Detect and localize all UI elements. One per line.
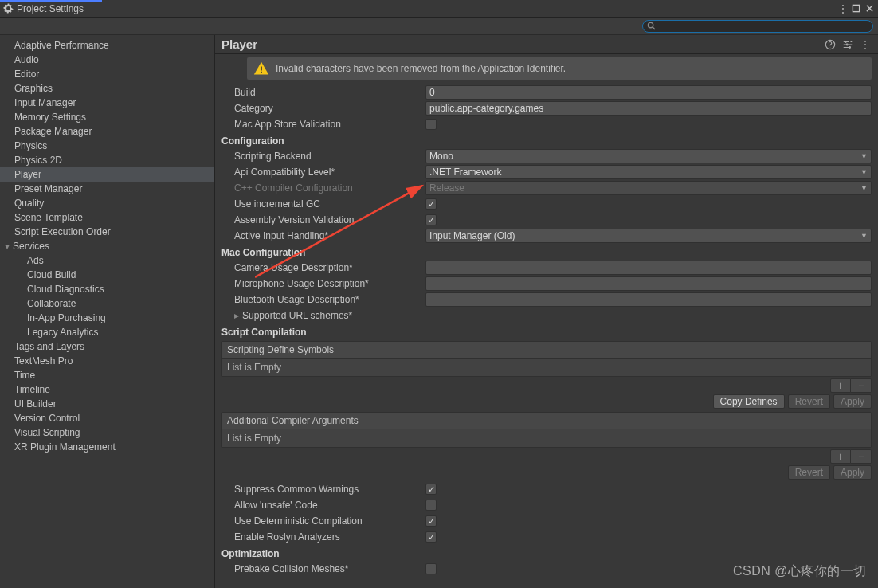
sidebar-item-ui-builder[interactable]: UI Builder [0, 397, 214, 411]
add-define-button[interactable]: + [830, 378, 851, 393]
sidebar-item-editor[interactable]: Editor [0, 67, 214, 81]
asm-validation-label: Assembly Version Validation [221, 214, 425, 225]
scripting-backend-dropdown[interactable]: Mono▼ [425, 149, 872, 163]
sidebar-item-timeline[interactable]: Timeline [0, 382, 214, 397]
define-symbols-empty: List is Empty [222, 359, 871, 376]
compiler-args-list: Additional Compiler Arguments List is Em… [221, 412, 872, 448]
sidebar-item-cloud-build[interactable]: Cloud Build [0, 268, 214, 282]
sidebar-item-preset-manager[interactable]: Preset Manager [0, 182, 214, 196]
sidebar-item-textmesh-pro[interactable]: TextMesh Pro [0, 354, 214, 368]
sidebar-item-adaptive-performance[interactable]: Adaptive Performance [0, 38, 214, 53]
mic-desc-input[interactable] [425, 276, 872, 291]
prebake-label: Prebake Collision Meshes* [221, 563, 425, 574]
incremental-gc-checkbox[interactable]: ✓ [425, 198, 437, 210]
unsafe-checkbox[interactable] [425, 500, 437, 511]
sidebar-item-tags-and-layers[interactable]: Tags and Layers [0, 339, 214, 354]
compiler-args-empty: List is Empty [222, 429, 871, 447]
cpp-compiler-dropdown: Release▼ [425, 181, 872, 195]
sidebar-item-version-control[interactable]: Version Control [0, 411, 214, 425]
bluetooth-desc-input[interactable] [425, 292, 872, 307]
window-title: Project Settings [17, 3, 84, 14]
sidebar-item-player[interactable]: Player [0, 167, 214, 182]
triangle-down-icon: ▾ [5, 240, 13, 253]
roslyn-checkbox[interactable]: ✓ [425, 531, 437, 543]
sidebar-item-ads[interactable]: Ads [0, 253, 214, 268]
main-header: Player ⋮ [215, 35, 878, 54]
sidebar-item-time[interactable]: Time [0, 368, 214, 382]
mac-config-header: Mac Configuration [221, 244, 872, 260]
search-bar [0, 18, 878, 35]
warning-box: Invalid characters have been removed fro… [247, 57, 872, 80]
apply-args-button: Apply [833, 465, 872, 480]
sidebar-item-script-execution-order[interactable]: Script Execution Order [0, 225, 214, 239]
warning-icon [253, 61, 269, 76]
api-compat-dropdown[interactable]: .NET Framework▼ [425, 165, 872, 179]
sidebar-item-scene-template[interactable]: Scene Template [0, 210, 214, 225]
remove-define-button[interactable]: − [851, 378, 872, 393]
camera-desc-input[interactable] [425, 261, 872, 275]
mic-desc-label: Microphone Usage Description* [221, 278, 425, 289]
sidebar-item-in-app-purchasing[interactable]: In-App Purchasing [0, 311, 214, 325]
sidebar-item-input-manager[interactable]: Input Manager [0, 96, 214, 110]
prebake-checkbox[interactable] [425, 563, 437, 574]
define-symbols-list: Scripting Define Symbols List is Empty [221, 341, 872, 377]
category-input[interactable] [425, 101, 872, 116]
maximize-icon[interactable] [851, 3, 861, 14]
menu-dots-icon[interactable]: ⋮ [837, 3, 848, 14]
category-label: Category [221, 103, 425, 114]
cpp-compiler-label: C++ Compiler Configuration [221, 182, 425, 194]
remove-arg-button[interactable]: − [851, 449, 872, 464]
close-icon[interactable] [864, 3, 875, 14]
scripting-backend-label: Scripting Backend [221, 151, 425, 162]
roslyn-label: Enable Roslyn Analyzers [221, 531, 425, 543]
add-arg-button[interactable]: + [830, 449, 851, 464]
script-compilation-header: Script Compilation [221, 323, 872, 339]
chevron-down-icon: ▼ [860, 184, 868, 192]
sidebar-item-legacy-analytics[interactable]: Legacy Analytics [0, 325, 214, 339]
build-label: Build [221, 87, 425, 98]
chevron-down-icon: ▼ [860, 168, 868, 176]
sidebar-item-xr-plugin-management[interactable]: XR Plugin Management [0, 440, 214, 454]
sidebar-item-services[interactable]: ▾Services [0, 239, 214, 253]
sidebar-item-physics-2d[interactable]: Physics 2D [0, 153, 214, 167]
suppress-warn-label: Suppress Common Warnings [221, 484, 425, 495]
revert-args-button: Revert [788, 465, 830, 480]
url-schemes-foldout[interactable]: ▸Supported URL schemes* [221, 308, 872, 323]
gear-icon [3, 3, 14, 14]
warning-text: Invalid characters have been removed fro… [276, 63, 566, 74]
copy-defines-button[interactable]: Copy Defines [713, 394, 785, 409]
suppress-warn-checkbox[interactable]: ✓ [425, 484, 437, 495]
input-handling-dropdown[interactable]: Input Manager (Old)▼ [425, 229, 872, 243]
sidebar-item-graphics[interactable]: Graphics [0, 81, 214, 96]
chevron-down-icon: ▼ [860, 152, 868, 160]
sidebar-item-package-manager[interactable]: Package Manager [0, 124, 214, 139]
sidebar-item-memory-settings[interactable]: Memory Settings [0, 110, 214, 124]
sidebar-item-cloud-diagnostics[interactable]: Cloud Diagnostics [0, 282, 214, 296]
mac-validation-label: Mac App Store Validation [221, 119, 425, 130]
mac-validation-checkbox[interactable] [425, 119, 437, 130]
deterministic-checkbox[interactable]: ✓ [425, 515, 437, 527]
page-title: Player [221, 37, 819, 51]
unsafe-label: Allow 'unsafe' Code [221, 500, 425, 511]
sidebar-item-audio[interactable]: Audio [0, 53, 214, 67]
sidebar-item-quality[interactable]: Quality [0, 196, 214, 210]
search-input[interactable] [642, 20, 873, 33]
svg-rect-0 [853, 5, 859, 11]
svg-point-1 [648, 22, 653, 27]
more-icon[interactable]: ⋮ [859, 38, 872, 51]
api-compat-label: Api Compatibility Level* [221, 167, 425, 178]
help-icon[interactable] [824, 38, 837, 51]
sidebar-item-physics[interactable]: Physics [0, 139, 214, 153]
optimization-header: Optimization [221, 545, 872, 561]
sidebar-item-collaborate[interactable]: Collaborate [0, 296, 214, 311]
compiler-args-header: Additional Compiler Arguments [222, 413, 871, 429]
titlebar: Project Settings ⋮ [0, 0, 878, 18]
deterministic-label: Use Deterministic Compilation [221, 515, 425, 527]
asm-validation-checkbox[interactable]: ✓ [425, 214, 437, 225]
define-symbols-header: Scripting Define Symbols [222, 342, 871, 359]
settings-toggle-icon[interactable] [841, 38, 854, 51]
build-input[interactable] [425, 85, 872, 100]
sidebar-item-visual-scripting[interactable]: Visual Scripting [0, 425, 214, 440]
bluetooth-desc-label: Bluetooth Usage Description* [221, 294, 425, 305]
revert-defines-button: Revert [788, 394, 830, 409]
